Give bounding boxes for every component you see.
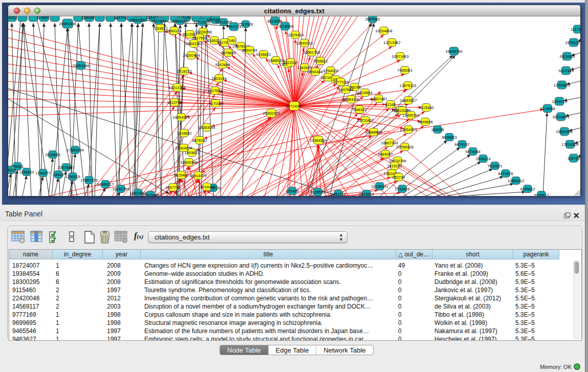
svg-text:7163822: 7163822	[153, 26, 167, 31]
svg-text:8215958: 8215958	[540, 106, 555, 111]
svg-text:1156819: 1156819	[19, 170, 34, 174]
svg-text:8427552: 8427552	[207, 89, 222, 93]
svg-text:12213967: 12213967	[383, 40, 400, 45]
svg-text:11325419: 11325419	[287, 33, 304, 37]
svg-text:1117334: 1117334	[571, 27, 580, 32]
svg-text:10654112: 10654112	[508, 179, 525, 183]
svg-text:9245612: 9245612	[534, 193, 549, 196]
svg-text:6497568: 6497568	[338, 87, 353, 92]
svg-text:13975115: 13975115	[400, 83, 417, 88]
svg-text:19218506: 19218506	[276, 24, 293, 29]
svg-text:9329906: 9329906	[559, 54, 574, 59]
svg-text:15751074: 15751074	[565, 40, 580, 45]
svg-text:1010755: 1010755	[167, 100, 182, 105]
svg-text:19654983: 19654983	[172, 115, 189, 120]
svg-text:10973493: 10973493	[391, 54, 408, 59]
svg-text:10154808: 10154808	[375, 29, 392, 33]
svg-text:15716485: 15716485	[198, 185, 215, 189]
svg-text:2687682: 2687682	[365, 17, 380, 21]
svg-text:10807487: 10807487	[370, 97, 387, 101]
svg-text:13495794: 13495794	[402, 113, 419, 118]
svg-text:17359934: 17359934	[67, 148, 83, 152]
svg-text:16543362: 16543362	[185, 41, 202, 46]
svg-text:10653267: 10653267	[129, 18, 146, 23]
svg-text:10923448: 10923448	[142, 193, 159, 196]
svg-text:16914479: 16914479	[189, 173, 206, 178]
svg-text:8454749: 8454749	[242, 48, 257, 53]
svg-text:1794277: 1794277	[35, 171, 50, 176]
svg-text:1513614: 1513614	[359, 192, 374, 196]
svg-text:8813054: 8813054	[267, 19, 282, 24]
svg-text:5322037: 5322037	[283, 60, 298, 65]
svg-text:16210643: 16210643	[552, 115, 569, 119]
svg-text:172403: 172403	[286, 189, 298, 193]
svg-text:25300203: 25300203	[263, 111, 279, 116]
svg-text:6466102: 6466102	[172, 19, 187, 24]
svg-text:8660124: 8660124	[166, 29, 181, 33]
svg-text:9242848: 9242848	[215, 62, 230, 67]
svg-text:1250515: 1250515	[65, 174, 80, 179]
svg-text:9474444: 9474444	[465, 149, 480, 154]
svg-text:1733426: 1733426	[395, 187, 409, 191]
svg-text:10958117: 10958117	[97, 182, 114, 187]
svg-text:13640910: 13640910	[296, 41, 313, 46]
svg-text:2718170: 2718170	[177, 69, 191, 74]
svg-text:2803144: 2803144	[211, 76, 226, 81]
svg-text:417006: 417006	[209, 101, 222, 106]
svg-text:9227343: 9227343	[558, 69, 573, 73]
svg-text:9135571: 9135571	[310, 190, 325, 194]
svg-text:14519: 14519	[53, 172, 64, 177]
svg-text:16961758: 16961758	[303, 50, 320, 55]
svg-text:8471676: 8471676	[498, 171, 513, 176]
svg-text:6794028: 6794028	[323, 69, 338, 73]
svg-text:2020655: 2020655	[45, 152, 60, 157]
svg-text:9115460: 9115460	[419, 105, 434, 110]
svg-text:9245612: 9245612	[520, 187, 535, 191]
svg-text:13654923: 13654923	[400, 127, 417, 132]
svg-text:1916682: 1916682	[177, 131, 191, 136]
svg-text:17016504: 17016504	[561, 142, 578, 147]
svg-text:12213383: 12213383	[168, 85, 185, 90]
svg-text:16782759: 16782759	[112, 187, 129, 191]
svg-text:20053346: 20053346	[72, 63, 89, 68]
svg-text:8938923: 8938923	[442, 135, 456, 140]
svg-text:10688609: 10688609	[365, 130, 382, 135]
svg-text:15592951: 15592951	[556, 129, 573, 134]
svg-text:12093822: 12093822	[553, 83, 570, 87]
svg-text:18807249: 18807249	[381, 141, 398, 145]
svg-text:20691406: 20691406	[59, 21, 76, 26]
svg-text:62160: 62160	[385, 102, 396, 107]
svg-text:39117: 39117	[8, 168, 16, 172]
svg-text:16909348: 16909348	[180, 160, 197, 165]
svg-text:18724007: 18724007	[286, 104, 302, 108]
svg-text:164095: 164095	[431, 127, 444, 132]
svg-text:6479197: 6479197	[454, 142, 469, 147]
svg-text:8196001: 8196001	[36, 16, 51, 20]
svg-text:15720407: 15720407	[357, 118, 374, 123]
svg-text:7632621: 7632621	[487, 164, 502, 168]
svg-text:20975867: 20975867	[57, 165, 74, 170]
svg-text:16648784: 16648784	[445, 49, 462, 54]
svg-text:15136141: 15136141	[371, 184, 388, 189]
svg-text:7515526: 7515526	[238, 22, 253, 27]
svg-text:1493822: 1493822	[184, 150, 199, 155]
svg-text:9146821: 9146821	[256, 52, 271, 57]
svg-text:1244415: 1244415	[552, 99, 567, 104]
svg-text:3624554: 3624554	[357, 91, 372, 95]
svg-text:2935114: 2935114	[476, 157, 491, 161]
svg-text:116753: 116753	[568, 156, 580, 161]
svg-text:9457751: 9457751	[165, 185, 180, 190]
svg-text:546: 546	[229, 38, 235, 43]
svg-text:17957275: 17957275	[80, 178, 97, 183]
svg-text:8990448: 8990448	[308, 70, 322, 74]
svg-text:19463627: 19463627	[400, 98, 417, 103]
svg-text:9699695: 9699695	[418, 120, 432, 124]
svg-text:1615132: 1615132	[387, 164, 402, 168]
svg-text:1043321: 1043321	[8, 16, 19, 20]
svg-text:20364436: 20364436	[342, 97, 359, 102]
svg-text:7955812: 7955812	[313, 59, 328, 63]
svg-text:7625402: 7625402	[173, 173, 188, 178]
svg-text:20756928: 20756928	[396, 145, 413, 149]
svg-text:7986322: 7986322	[352, 107, 366, 112]
svg-text:8451123: 8451123	[331, 192, 346, 196]
